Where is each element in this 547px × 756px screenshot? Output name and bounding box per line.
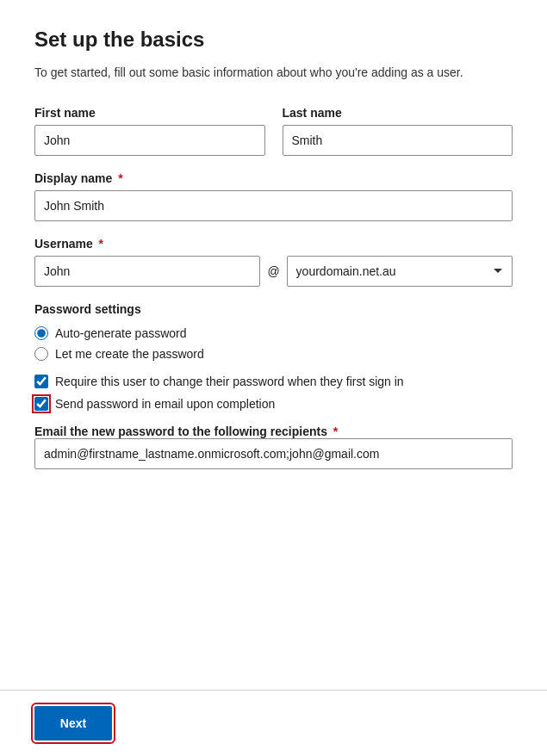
password-settings-section: Password settings Auto-generate password… [34, 302, 513, 469]
radio-manual-label: Let me create the password [55, 347, 204, 361]
last-name-group: Last name [283, 106, 513, 156]
display-name-required: * [115, 171, 122, 185]
page-title: Set up the basics [34, 28, 513, 52]
username-required: * [96, 237, 103, 251]
checkbox-require-change-label: Require this user to change their passwo… [55, 375, 404, 388]
radio-manual-input[interactable] [34, 347, 48, 361]
checkbox-require-change-input[interactable] [34, 375, 48, 388]
checkbox-require-change[interactable]: Require this user to change their passwo… [34, 375, 513, 388]
checkbox-send-email-input[interactable] [34, 397, 48, 411]
password-settings-heading: Password settings [34, 302, 513, 316]
password-checkbox-group: Require this user to change their passwo… [34, 375, 513, 411]
display-name-group: Display name * [34, 171, 513, 221]
username-input[interactable] [34, 256, 260, 287]
username-group: Username * @ yourdomain.net.au [34, 237, 513, 287]
password-radio-group: Auto-generate password Let me create the… [34, 326, 513, 361]
radio-auto-generate-label: Auto-generate password [55, 326, 187, 340]
checkbox-send-email[interactable]: Send password in email upon completion [34, 397, 513, 411]
email-recipients-group: Email the new password to the following … [34, 424, 513, 469]
email-recipients-required: * [330, 424, 338, 438]
display-name-input[interactable] [34, 190, 513, 221]
email-recipients-label: Email the new password to the following … [34, 424, 338, 438]
first-name-group: First name [34, 106, 265, 156]
radio-auto-generate-input[interactable] [34, 326, 48, 340]
username-row: @ yourdomain.net.au [34, 256, 513, 287]
at-symbol: @ [267, 264, 279, 278]
domain-select[interactable]: yourdomain.net.au [287, 256, 513, 287]
username-label: Username * [34, 237, 513, 251]
page-container: Set up the basics To get started, fill o… [0, 0, 547, 756]
radio-manual[interactable]: Let me create the password [34, 347, 513, 361]
page-description: To get started, fill out some basic info… [34, 64, 513, 82]
email-recipients-input[interactable] [34, 438, 513, 469]
footer-bar: Next [0, 690, 547, 756]
name-row: First name Last name [34, 106, 513, 156]
first-name-input[interactable] [34, 125, 265, 156]
checkbox-send-email-label: Send password in email upon completion [55, 397, 275, 411]
last-name-label: Last name [283, 106, 513, 120]
last-name-input[interactable] [283, 125, 513, 156]
first-name-label: First name [34, 106, 265, 120]
display-name-label: Display name * [34, 171, 513, 185]
radio-auto-generate[interactable]: Auto-generate password [34, 326, 513, 340]
next-button[interactable]: Next [34, 706, 112, 741]
main-content: Set up the basics To get started, fill o… [0, 0, 547, 690]
